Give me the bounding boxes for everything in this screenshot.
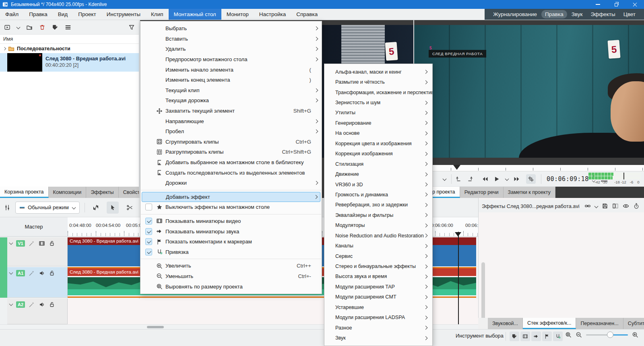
menu-monitor[interactable]: Монитор: [221, 9, 254, 20]
submenu-item[interactable]: Альфа-канал, маски и кеинг: [324, 67, 432, 77]
submenu-item[interactable]: Сервис: [324, 251, 432, 261]
selection-tool-button[interactable]: [107, 202, 119, 214]
menu-item-resize-start[interactable]: Изменить начало элемента(: [140, 64, 322, 75]
menu-clip[interactable]: Клип: [146, 9, 169, 20]
submenu-item[interactable]: Громкость и динамика: [324, 189, 432, 200]
checkbox-checked[interactable]: [145, 249, 152, 255]
menu-view[interactable]: Вид: [53, 9, 73, 20]
track-effects-icon[interactable]: [29, 270, 35, 276]
effect-stack-scrollbar[interactable]: [481, 262, 485, 323]
track-head-a1[interactable]: A1: [7, 267, 68, 298]
menu-item-current-track[interactable]: Текущая дорожка: [140, 95, 322, 106]
forward-button[interactable]: [512, 174, 522, 184]
edit-mode-select[interactable]: Обычный режим: [15, 202, 80, 214]
menu-item-resize-end[interactable]: Изменить конец элемента): [140, 75, 322, 85]
track-head-a2[interactable]: A2: [7, 299, 68, 324]
zoom-slider[interactable]: [586, 332, 628, 338]
menu-item-show-audio-thumbnails[interactable]: Показывать миниатюры звука: [140, 226, 322, 237]
zoom-out-icon[interactable]: [576, 332, 582, 338]
play-button[interactable]: [492, 174, 502, 184]
submenu-item[interactable]: Коррекция цвета и изображения: [324, 138, 432, 148]
menu-tools[interactable]: Инструменты: [101, 9, 146, 20]
submenu-item[interactable]: Генерирование: [324, 118, 432, 128]
workspace-effects[interactable]: Эффекты: [587, 10, 619, 19]
monitor-options-button[interactable]: [440, 174, 449, 184]
menu-item-show-marker-comments[interactable]: Показать комментарии к маркерам: [140, 237, 322, 247]
show-effect-icon[interactable]: [623, 203, 629, 209]
zone-in-button[interactable]: [454, 174, 463, 184]
bin-folder-sequences[interactable]: Последовательности: [0, 44, 139, 53]
workspace-audio[interactable]: Звук: [568, 10, 586, 19]
scrollbar-handle[interactable]: [147, 326, 164, 328]
collapse-icon[interactable]: [9, 241, 13, 245]
submenu-item[interactable]: Модули расширения LADSPA: [324, 313, 432, 323]
menu-item-tracks[interactable]: Дорожки: [140, 178, 322, 188]
menu-item-timeline-preview[interactable]: Предпросмотр монтажного стола: [140, 54, 322, 65]
submenu-item[interactable]: Модули расширения CMT: [324, 292, 432, 302]
menu-item-remove[interactable]: Удалить: [140, 44, 322, 54]
zoom-in-icon[interactable]: [632, 332, 638, 338]
delete-icon[interactable]: [39, 24, 45, 31]
menu-settings[interactable]: Настройка: [254, 9, 291, 20]
checkbox-checked[interactable]: [145, 228, 152, 235]
audio-thumbnails-toggle[interactable]: [531, 332, 541, 341]
track-head-v1[interactable]: V1: [7, 237, 68, 266]
menu-item-ungroup-clips[interactable]: Разгруппировать клипыCtrl+Shift+G: [140, 147, 322, 157]
monitor-playhead[interactable]: [453, 165, 460, 170]
menu-file[interactable]: Файл: [0, 9, 24, 20]
checkbox-checked[interactable]: [145, 238, 152, 245]
tab-speech-editor[interactable]: Редактор речи: [460, 187, 504, 198]
zone-mode-button[interactable]: [526, 174, 536, 184]
link-icon[interactable]: [584, 203, 591, 209]
tag-icon[interactable]: [52, 24, 58, 31]
menu-item-add-to-library[interactable]: Добавить выбранное на монтажном столе в …: [140, 157, 322, 168]
menu-edit[interactable]: Правка: [24, 9, 53, 20]
filter-icon[interactable]: [128, 24, 135, 31]
tab-subtitles[interactable]: Субтитры: [623, 318, 644, 329]
track-badge[interactable]: V1: [16, 240, 25, 247]
rewind-button[interactable]: [480, 174, 490, 184]
menu-item-insert[interactable]: Вставить: [140, 34, 322, 44]
submenu-item[interactable]: Трансформация, искажение и перспектива: [324, 87, 432, 97]
menu-item-group-clips[interactable]: Сгруппировать клипыCtrl+G: [140, 137, 322, 147]
submenu-item[interactable]: Движение: [324, 169, 432, 179]
track-options-icon[interactable]: [4, 204, 10, 211]
chevron-down-icon[interactable]: [594, 204, 598, 208]
menu-item-space[interactable]: Пробел: [140, 126, 322, 137]
submenu-item[interactable]: Коррекция изображения: [324, 149, 432, 159]
menu-item-guides[interactable]: Направляющие: [140, 116, 322, 126]
checkbox-checked[interactable]: [145, 218, 152, 224]
bin-menu-icon[interactable]: [65, 24, 71, 31]
show-video-thumbnails-icon[interactable]: [39, 240, 45, 247]
add-clip-icon[interactable]: [4, 24, 10, 31]
submenu-item[interactable]: VR360 и 3D: [324, 179, 432, 189]
expander-icon[interactable]: [3, 47, 6, 50]
tab-compositions[interactable]: Композиции: [49, 187, 87, 198]
submenu-item[interactable]: Размытие и чёткость: [324, 77, 432, 87]
mute-icon[interactable]: [39, 301, 45, 308]
video-thumbnails-toggle[interactable]: [520, 332, 530, 341]
save-preset-icon[interactable]: [602, 203, 608, 209]
mute-icon[interactable]: [39, 270, 45, 276]
workspace-editing[interactable]: Правка: [541, 10, 567, 19]
play-options-button[interactable]: [504, 174, 510, 184]
submenu-item[interactable]: Зернистость и шум: [324, 97, 432, 107]
bin-clip-row[interactable]: След 3080 - Вредная работа.avi 00:40:20:…: [0, 53, 139, 72]
snap-toggle[interactable]: [553, 332, 563, 341]
menu-item-fit-zoom[interactable]: Выровнять по размеру проекта: [140, 281, 322, 292]
zoom-fit-icon[interactable]: [565, 332, 572, 338]
workspace-color[interactable]: Цвет: [620, 10, 639, 19]
submenu-item[interactable]: Эквалайзеры и фильтры: [324, 210, 432, 220]
timecode-display[interactable]: 00:06:09:18: [547, 175, 589, 183]
keyframe-timer-icon[interactable]: [633, 203, 640, 209]
tab-project-bin[interactable]: Корзина проекта: [0, 187, 49, 198]
menu-item-zoom-out[interactable]: УменьшитьCtrl+-: [140, 271, 322, 282]
zone-out-button[interactable]: [465, 174, 475, 184]
menu-item-add-effect[interactable]: Добавить эффект: [142, 192, 320, 202]
monitor-ruler[interactable]: [414, 165, 644, 171]
track-badge[interactable]: A1: [16, 270, 25, 276]
tab-effect-stack[interactable]: Стек эффектов/к...: [523, 318, 576, 329]
submenu-item[interactable]: Модули расширения TAP: [324, 282, 432, 292]
submenu-item[interactable]: Звук: [324, 333, 432, 343]
close-button[interactable]: [625, 0, 644, 9]
